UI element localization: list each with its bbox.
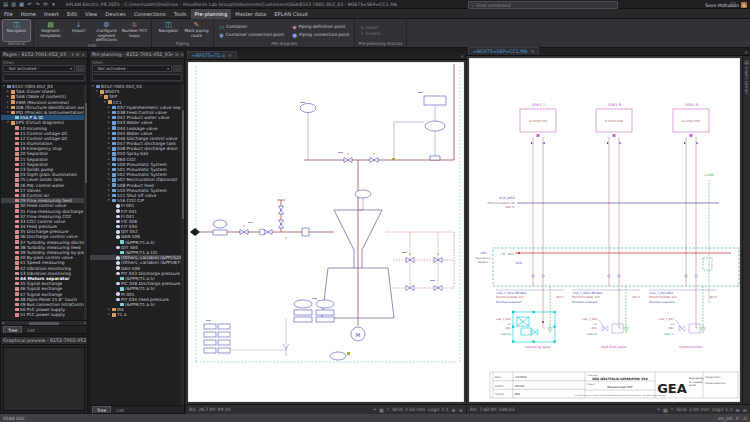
tree-item-label: (&PPR/T1.a.5) <box>125 302 155 307</box>
tree-item-icon <box>112 313 116 317</box>
zoom-in-icon[interactable]: ⊕ <box>736 407 740 413</box>
panel-caret-icon[interactable]: ▾ <box>71 52 73 57</box>
tree-item-icon <box>116 261 120 265</box>
preplanning-tab-tree[interactable]: Tree <box>92 406 111 413</box>
menu-tab[interactable]: File <box>0 9 17 19</box>
import-button[interactable]: ↓ Import <box>65 20 92 43</box>
snap-icon[interactable]: ⌖ <box>373 406 376 413</box>
menu-tab[interactable]: Connections <box>130 9 170 19</box>
user-chip[interactable]: Sees Muhamin S <box>705 1 747 9</box>
menu-tab[interactable]: View <box>81 9 101 19</box>
menu-tab[interactable]: Home <box>17 9 40 19</box>
pid-canvas[interactable]: M <box>186 60 466 404</box>
refresh-icon[interactable]: ⟳ <box>42 0 49 9</box>
menu-tab[interactable]: Insert <box>40 9 63 19</box>
panel-pin-icon[interactable]: ⊞ <box>76 52 80 57</box>
preplanning-filter-select[interactable]: - Not activated -▾ <box>92 65 172 72</box>
piping-connection-point-button[interactable]: ● Piping connection point <box>292 31 349 39</box>
tree-item-icon <box>7 85 11 89</box>
container-button[interactable]: ▭ Container <box>219 23 284 31</box>
svg-text:1/1/2024: 1/1/2024 <box>515 376 527 379</box>
panel-close-icon[interactable]: × <box>81 52 85 57</box>
editor-close-icon[interactable]: × <box>744 50 750 55</box>
configure-segment-definitions-button[interactable]: ⚙ Configure segment definitions <box>93 20 120 43</box>
tab-close-icon[interactable]: × <box>531 49 535 54</box>
zoom-out-icon[interactable]: ⊖ <box>743 407 747 413</box>
piping-definition-point-button[interactable]: ◆ Piping definition point <box>292 23 349 31</box>
tab-close-icon[interactable]: × <box>228 53 232 58</box>
grid-icon[interactable]: ▦ <box>663 407 668 413</box>
tree-item-icon <box>112 111 116 115</box>
motor-symbol[interactable]: M <box>351 327 365 341</box>
pages-tree-scrollbar[interactable] <box>84 84 87 320</box>
menu-tab[interactable]: Master data <box>231 9 270 19</box>
language-indicator[interactable]: en_US <box>718 416 732 421</box>
mark-piping-route-button[interactable]: ✎ Mark piping route <box>183 20 210 41</box>
tree-item[interactable]: T1.a <box>90 312 184 317</box>
qat-more-icon[interactable]: ▾ <box>50 0 57 9</box>
preplanning-value-input[interactable] <box>92 74 182 81</box>
pid-page[interactable]: M <box>188 62 464 402</box>
svg-text:M: M <box>356 332 360 338</box>
zoom-in-icon[interactable]: ⊕ <box>452 407 456 413</box>
panel-pin-icon[interactable]: ⊞ <box>175 52 179 57</box>
flag-indicator[interactable]: F <box>736 416 739 421</box>
svg-text:Date: Date <box>495 376 502 379</box>
open-icon[interactable]: ▥ <box>10 0 17 9</box>
tree-item-icon <box>112 147 116 151</box>
preplanning-filter-more-button[interactable]: … <box>173 65 182 72</box>
menu-tab[interactable]: EPLAN Cloud <box>270 9 311 19</box>
pages-tab-tree[interactable]: Tree <box>3 326 22 333</box>
container-connection-point-button[interactable]: ◉ Container connection point <box>219 31 284 39</box>
insert-center-tab[interactable]: ▤ Insert center <box>742 56 750 404</box>
preplanning-panel-header[interactable]: Pre-planning - 8152-7001-052_03 ▾ ⊞ × <box>90 51 184 59</box>
menu-tab[interactable]: Edit <box>63 9 81 19</box>
svg-text:(&MA.6): (&MA.6) <box>587 333 597 336</box>
menu-tab[interactable]: Devices <box>101 9 129 19</box>
navigator-button[interactable]: ◫ Navigator <box>3 20 30 41</box>
pages-panel-header[interactable]: Pages - 8152-7001-052_03 ▾ ⊞ × <box>1 51 87 59</box>
preplanning-tab-list[interactable]: List <box>112 407 128 413</box>
tree-item-icon <box>15 287 19 291</box>
warning-icon[interactable]: ⚠ <box>743 416 747 421</box>
save-icon[interactable]: ▦ <box>18 0 25 9</box>
schematic-canvas[interactable]: -00K1.7 O-CH(A)/703 -00K1.8 O-CH(A)/708 … <box>467 56 750 404</box>
menu-tab[interactable]: Tools <box>170 9 191 19</box>
tree-item-icon <box>15 147 19 151</box>
svg-text:4G0.75: 4G0.75 <box>506 206 516 209</box>
create-macro-button[interactable]: + Create <box>360 31 400 36</box>
svg-text:-00K1.8: -00K1.8 <box>607 103 622 107</box>
command-search-input[interactable]: ⌕ Find command <box>468 1 618 9</box>
editor-close-icon[interactable]: × <box>460 54 466 59</box>
tree-item-icon <box>116 272 120 276</box>
grid-icon[interactable]: ▦ <box>379 407 384 413</box>
segment-templates-button[interactable]: ▤ Segment templates <box>37 20 64 43</box>
menu-tab[interactable]: Pre-planning <box>191 9 232 19</box>
pages-value-input[interactable] <box>3 74 85 81</box>
schematic-page-tab[interactable]: =BG075=SEP=CC1.MA× <box>468 47 539 55</box>
svg-text:Designation /: Designation / <box>705 376 722 379</box>
new-icon[interactable]: ▤ <box>2 0 9 9</box>
panel-caret-icon[interactable]: ▾ <box>171 52 173 57</box>
frame-icon[interactable]: ⌗ <box>671 406 674 413</box>
snap-icon[interactable]: ⌖ <box>657 406 660 413</box>
insert-macro-button[interactable]: ↳ Insert <box>360 25 400 30</box>
svg-text:-K10_WG2: -K10_WG2 <box>498 196 515 200</box>
preview-panel-header[interactable]: Graphical preview - 8152-7001-052_03 ▾ ⊞… <box>1 337 87 345</box>
pid-page-tab[interactable]: =BF075=T1.a× <box>187 51 237 59</box>
schematic-page[interactable]: -00K1.7 O-CH(A)/703 -00K1.8 O-CH(A)/708 … <box>469 58 740 402</box>
pages-filter-more-button[interactable]: … <box>76 65 85 72</box>
tree-item-icon <box>15 298 19 302</box>
pages-filter-select[interactable]: - Not activated -▾ <box>3 65 75 72</box>
zoom-out-icon[interactable]: ⊖ <box>459 407 463 413</box>
frame-icon[interactable]: ⌗ <box>387 406 390 413</box>
tree-item[interactable]: 51 PLC power supply <box>1 312 87 317</box>
piping-navigator-button[interactable]: ◫ Navigator <box>155 20 182 41</box>
redo-icon[interactable]: ↷ <box>34 0 41 9</box>
preplanning-tree-scrollbar[interactable] <box>181 84 184 405</box>
svg-text:-R01: -R01 <box>668 326 675 330</box>
pages-tab-list[interactable]: List <box>23 327 39 333</box>
panel-close-icon[interactable]: × <box>181 52 184 57</box>
number-pct-loops-button[interactable]: ① Number PCT loops <box>121 20 148 43</box>
undo-icon[interactable]: ↶ <box>26 0 33 9</box>
